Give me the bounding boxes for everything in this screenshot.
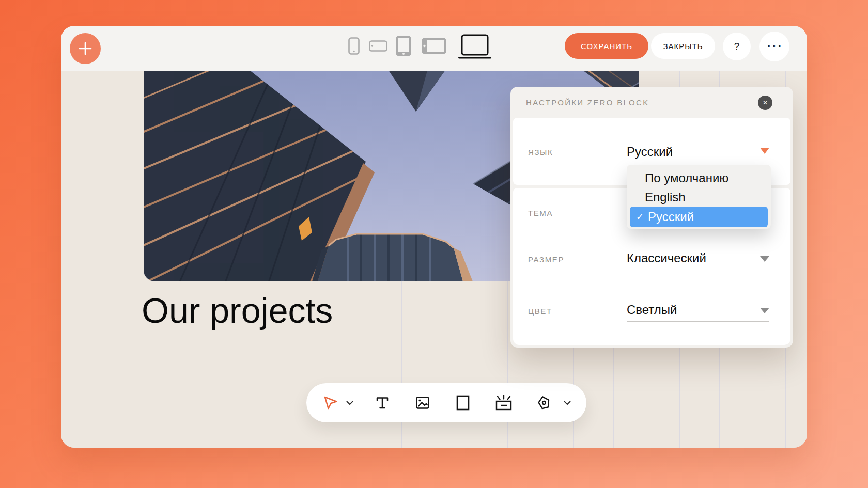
square-icon <box>455 395 471 411</box>
top-toolbar: СОХРАНИТЬ ЗАКРЫТЬ ? ··· <box>61 26 807 71</box>
panel-close-button[interactable]: ✕ <box>758 96 772 110</box>
cursor-icon <box>322 395 339 411</box>
tablet-portrait-icon <box>396 36 411 56</box>
text-tool-button[interactable] <box>374 383 391 422</box>
language-label: ЯЗЫК <box>528 148 553 156</box>
phone-portrait-icon <box>348 37 360 55</box>
dropdown-option-english[interactable]: English <box>645 190 686 204</box>
add-block-button[interactable] <box>70 33 101 64</box>
editor-window: Our projects <box>61 26 807 448</box>
help-button[interactable]: ? <box>723 33 751 60</box>
dropdown-option-russian-selected[interactable]: ✓ Русский <box>630 207 768 227</box>
heading-text[interactable]: Our projects <box>142 290 333 330</box>
panel-title: НАСТРОЙКИ ZERO BLOCK <box>526 98 649 107</box>
image-tool-button[interactable] <box>414 383 431 422</box>
select-tool-dropdown[interactable] <box>344 383 356 422</box>
shape-tool-button[interactable] <box>454 383 472 422</box>
language-dropdown-menu: По умолчанию English ✓ Русский <box>627 165 771 229</box>
language-value[interactable]: Русский <box>627 145 673 159</box>
theme-label: ТЕМА <box>528 209 553 217</box>
plus-icon <box>76 40 94 57</box>
save-button[interactable]: СОХРАНИТЬ <box>565 33 648 59</box>
chevron-down-icon <box>564 401 571 405</box>
color-dropdown-arrow-icon[interactable] <box>760 308 769 313</box>
close-button[interactable]: ЗАКРЫТЬ <box>651 33 715 59</box>
tablet-landscape-icon <box>422 38 446 54</box>
image-icon <box>415 395 430 411</box>
laptop-icon <box>457 34 492 60</box>
button-icon <box>494 395 513 411</box>
color-value[interactable]: Светлый <box>627 303 677 317</box>
text-icon <box>375 395 390 411</box>
pen-icon <box>536 395 552 411</box>
more-button[interactable]: ··· <box>760 32 789 61</box>
device-desktop-button[interactable] <box>457 34 492 62</box>
phone-landscape-icon <box>369 40 388 52</box>
zero-block-toolbar <box>306 383 586 422</box>
size-underline <box>627 274 769 274</box>
device-tablet-landscape-button[interactable] <box>422 38 446 56</box>
language-dropdown-arrow-icon[interactable] <box>760 148 769 154</box>
vector-tool-dropdown[interactable] <box>561 383 574 422</box>
device-phone-landscape-button[interactable] <box>369 40 388 54</box>
color-underline <box>627 321 769 322</box>
size-value[interactable]: Классический <box>627 251 706 265</box>
device-phone-portrait-button[interactable] <box>348 37 360 57</box>
size-label: РАЗМЕР <box>528 255 564 264</box>
check-icon: ✓ <box>636 211 644 223</box>
dropdown-option-label: Русский <box>648 210 694 224</box>
device-tablet-portrait-button[interactable] <box>396 36 411 58</box>
button-tool-button[interactable] <box>493 383 514 422</box>
chevron-down-icon <box>346 401 353 405</box>
dropdown-option-default[interactable]: По умолчанию <box>645 171 729 185</box>
close-icon: ✕ <box>763 99 768 106</box>
select-tool-button[interactable] <box>320 383 341 422</box>
color-label: ЦВЕТ <box>528 307 552 316</box>
settings-panel: НАСТРОЙКИ ZERO BLOCK ✕ ЯЗЫК Русский ТЕМА… <box>510 87 793 348</box>
vector-tool-button[interactable] <box>535 383 553 422</box>
desktop-background: Our projects <box>0 0 868 488</box>
size-dropdown-arrow-icon[interactable] <box>760 256 769 262</box>
